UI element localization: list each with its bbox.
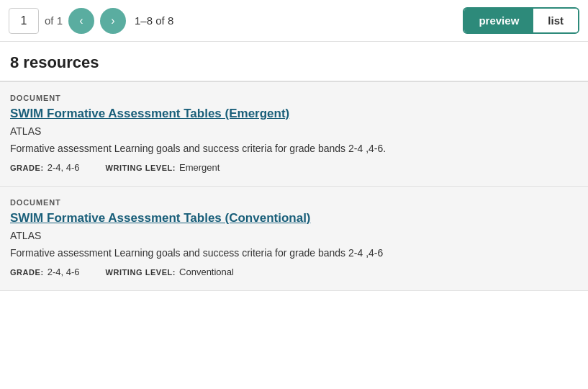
resources-count-header: 8 resources — [0, 42, 588, 82]
prev-page-button[interactable]: ‹ — [68, 8, 94, 34]
resource-type-2: DOCUMENT — [10, 198, 578, 207]
resource-meta-1: GRADE: 2-4, 4-6 WRITING LEVEL: Emergent — [10, 162, 578, 173]
resource-title-1[interactable]: SWIM Formative Assessment Tables (Emerge… — [10, 107, 578, 121]
writing-level-pair-1: WRITING LEVEL: Emergent — [106, 162, 235, 173]
resource-meta-2: GRADE: 2-4, 4-6 WRITING LEVEL: Conventio… — [10, 267, 578, 277]
next-page-button[interactable]: › — [100, 8, 126, 34]
range-label: 1–8 of 8 — [135, 14, 173, 27]
grade-pair-1: GRADE: 2-4, 4-6 — [10, 162, 94, 173]
resource-source-2: ATLAS — [10, 230, 578, 241]
page-number-input[interactable]: 1 — [9, 8, 39, 34]
resource-description-1: Formative assessment Learning goals and … — [10, 141, 578, 156]
resource-card-1: DOCUMENT SWIM Formative Assessment Table… — [0, 82, 588, 187]
grade-pair-2: GRADE: 2-4, 4-6 — [10, 267, 94, 277]
writing-level-value-2: Conventional — [179, 267, 234, 277]
writing-level-key-2: WRITING LEVEL: — [106, 268, 176, 277]
top-bar: 1 of 1 ‹ › 1–8 of 8 preview list — [0, 0, 588, 42]
chevron-right-icon: › — [111, 14, 114, 27]
resource-card-2: DOCUMENT SWIM Formative Assessment Table… — [0, 187, 588, 291]
writing-level-key-1: WRITING LEVEL: — [106, 164, 176, 172]
resource-description-2: Formative assessment Learning goals and … — [10, 246, 578, 261]
resource-type-1: DOCUMENT — [10, 94, 578, 102]
chevron-left-icon: ‹ — [79, 14, 83, 27]
grade-value-1: 2-4, 4-6 — [48, 162, 80, 173]
resource-source-1: ATLAS — [10, 125, 578, 137]
grade-key-1: GRADE: — [10, 164, 44, 172]
list-view-button[interactable]: list — [533, 9, 578, 32]
grade-key-2: GRADE: — [10, 268, 44, 277]
preview-view-button[interactable]: preview — [464, 9, 533, 32]
writing-level-pair-2: WRITING LEVEL: Conventional — [106, 267, 248, 277]
grade-value-2: 2-4, 4-6 — [48, 267, 80, 277]
writing-level-value-1: Emergent — [179, 162, 220, 173]
resource-title-2[interactable]: SWIM Formative Assessment Tables (Conven… — [10, 211, 578, 225]
page-total-label: of 1 — [45, 14, 63, 27]
view-toggle: preview list — [463, 7, 579, 34]
